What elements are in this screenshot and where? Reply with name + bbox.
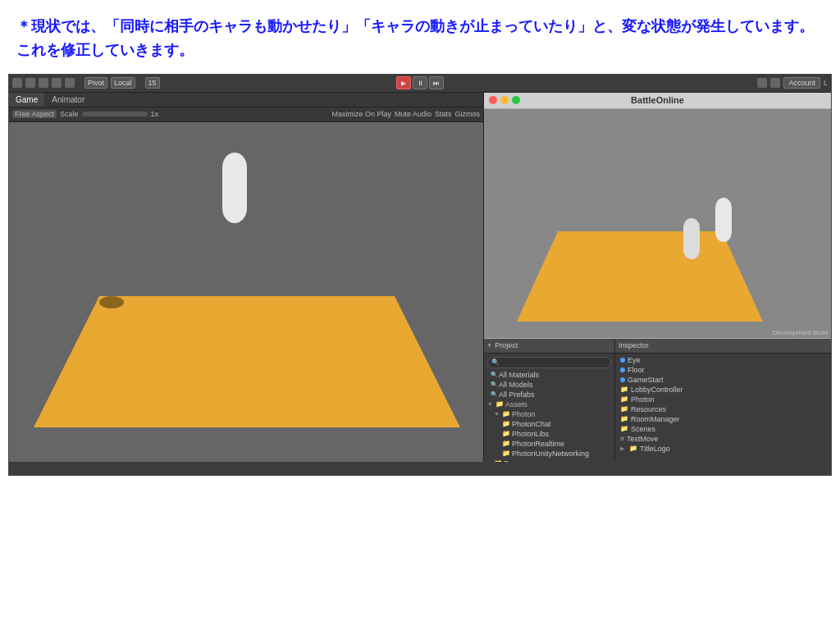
gamestart-item[interactable]: GameStart xyxy=(619,375,828,385)
resources-inspector-label: Resources xyxy=(631,405,666,413)
all-materials-label: All Materials xyxy=(499,371,539,379)
all-models-item[interactable]: 🔍 All Models xyxy=(484,380,614,390)
scenes-inspector-item[interactable]: 📁 Scenes xyxy=(619,424,828,434)
all-materials-item[interactable]: 🔍 All Materials xyxy=(484,370,614,380)
scale-label: Scale xyxy=(60,110,79,118)
svg-point-7 xyxy=(715,222,732,242)
pause-button[interactable]: ⏸ xyxy=(413,76,427,89)
hierarchy-content: 🔍 🔍 All Materials 🔍 All Models 🔍 xyxy=(484,354,614,462)
tab-animator[interactable]: Animator xyxy=(45,93,92,107)
unity-editor: Pivot Local 15 ▶ ⏸ ⏭ Account L Game Anim… xyxy=(8,74,832,476)
gamestart-label: GameStart xyxy=(628,376,664,384)
photonchat-label: PhotonChat xyxy=(512,420,551,428)
eye-item[interactable]: Eye xyxy=(619,355,828,365)
platform-window xyxy=(517,231,763,322)
photonlibs-item[interactable]: 📁 PhotonLibs xyxy=(484,429,614,439)
window-titlebar: BattleOnline xyxy=(484,93,831,109)
resources-label: Resources xyxy=(504,459,539,462)
local-button[interactable]: Local xyxy=(111,77,135,89)
svg-marker-4 xyxy=(517,231,763,322)
play-controls: ▶ ⏸ ⏭ xyxy=(396,76,444,89)
hierarchy-title: Project xyxy=(495,341,518,349)
pivot-button[interactable]: Pivot xyxy=(84,77,107,89)
window-title: BattleOnline xyxy=(631,95,684,105)
scale-value: 1x xyxy=(151,110,159,118)
photonunitynetworking-item[interactable]: 📁 PhotonUnityNetworking xyxy=(484,449,614,459)
cloud-icon[interactable] xyxy=(770,78,780,88)
inspector-title: Inspector xyxy=(619,341,649,349)
photonchat-item[interactable]: 📁 PhotonChat xyxy=(484,419,614,429)
lobbycontroller-item[interactable]: 📁 LobbyController xyxy=(619,385,828,395)
svg-marker-0 xyxy=(34,296,460,427)
svg-point-9 xyxy=(683,218,700,236)
photon-folder-label: Photon xyxy=(512,410,536,418)
titlelogo-item[interactable]: ▶ 📁 TitleLogo xyxy=(619,444,828,454)
svg-point-2 xyxy=(222,153,247,182)
game-controls-bar: Free Aspect Scale 1x Maximize On Play Mu… xyxy=(9,107,483,122)
stats-button[interactable]: Stats xyxy=(435,110,452,118)
assets-folder[interactable]: ▼ 📁 Assets xyxy=(484,399,614,409)
roommanager-item[interactable]: 📁 RoomManager xyxy=(619,414,828,424)
window-scene: Development Build xyxy=(484,109,831,338)
scale-slider-area[interactable] xyxy=(82,112,148,116)
collab-icon[interactable] xyxy=(757,78,767,88)
all-models-label: All Models xyxy=(499,381,533,389)
gizmos-button[interactable]: Gizmos xyxy=(454,110,480,118)
minimize-button-win[interactable] xyxy=(500,96,509,104)
game-tab-bar: Game Animator xyxy=(9,93,483,107)
inspector-panel: Inspector Eye Floor GameSt xyxy=(615,339,831,462)
bottom-panels: + Project 🔍 🔍 All Materials xyxy=(484,339,831,462)
inspector-content: Eye Floor GameStart 📁 LobbyControll xyxy=(615,354,831,455)
roommanager-label: RoomManager xyxy=(631,415,680,423)
all-prefabs-item[interactable]: 🔍 All Prefabs xyxy=(484,390,614,399)
close-button-win[interactable] xyxy=(489,96,497,104)
photon-inspector-item[interactable]: 📁 Photon xyxy=(619,395,828,404)
toolbar-right: Account L xyxy=(757,77,828,89)
search-bar[interactable]: 🔍 xyxy=(487,357,611,368)
toolbar-rotate-icon[interactable] xyxy=(39,78,48,88)
eye-label: Eye xyxy=(628,356,641,364)
window-controls xyxy=(489,96,520,104)
header-annotation: ＊現状では、「同時に相手のキャラも動かせたり」「キャラの動きが止まっていたり」と… xyxy=(0,0,840,74)
hierarchy-header: + Project xyxy=(484,339,614,354)
toolbar-hand-icon[interactable] xyxy=(12,78,22,88)
resources-item[interactable]: 📁 Resources xyxy=(484,459,614,462)
inspector-header: Inspector xyxy=(615,339,831,354)
hierarchy-panel: + Project 🔍 🔍 All Materials xyxy=(484,339,615,462)
account-button[interactable]: Account xyxy=(783,77,820,89)
game-scene xyxy=(9,122,483,462)
floor-item[interactable]: Floor xyxy=(619,365,828,375)
toolbar-scale-icon[interactable] xyxy=(52,78,62,88)
titlelogo-label: TitleLogo xyxy=(640,445,670,453)
character1-window xyxy=(710,196,737,244)
maximize-button-win[interactable] xyxy=(512,96,520,104)
svg-point-6 xyxy=(715,198,732,217)
mute-audio[interactable]: Mute Audio xyxy=(395,110,431,118)
svg-point-3 xyxy=(222,194,247,223)
lobbycontroller-label: LobbyController xyxy=(631,386,683,394)
free-aspect-dropdown[interactable]: Free Aspect xyxy=(12,110,57,118)
photonrealtime-item[interactable]: 📁 PhotonRealtime xyxy=(484,439,614,449)
step-button[interactable]: ⏭ xyxy=(429,76,444,89)
main-area: Game Animator Free Aspect Scale 1x Maxim… xyxy=(9,93,831,462)
extra-button[interactable]: 15 xyxy=(145,77,160,89)
testmove-item[interactable]: # TestMove xyxy=(619,434,828,444)
add-hierarchy-button[interactable]: + xyxy=(487,341,491,349)
scenes-inspector-label: Scenes xyxy=(631,425,655,433)
play-button[interactable]: ▶ xyxy=(396,76,411,89)
maximize-on-play[interactable]: Maximize On Play xyxy=(331,110,391,118)
testmove-label: TestMove xyxy=(627,435,659,443)
resources-inspector-item[interactable]: 📁 Resources xyxy=(619,404,828,414)
platform-game xyxy=(34,296,460,427)
photonlibs-label: PhotonLibs xyxy=(512,430,549,438)
game-viewport: Game Animator Free Aspect Scale 1x Maxim… xyxy=(9,93,483,462)
toolbar-rect-icon[interactable] xyxy=(65,78,75,88)
toolbar: Pivot Local 15 ▶ ⏸ ⏭ Account L xyxy=(9,75,831,93)
svg-point-10 xyxy=(683,241,700,259)
tab-game[interactable]: Game xyxy=(9,93,45,107)
battle-online-window: BattleOnline xyxy=(484,93,831,339)
right-panels: BattleOnline xyxy=(483,93,831,462)
photon-folder[interactable]: ▼ 📁 Photon xyxy=(484,409,614,419)
toolbar-move-icon[interactable] xyxy=(25,78,35,88)
character-capsule-game xyxy=(214,147,255,229)
